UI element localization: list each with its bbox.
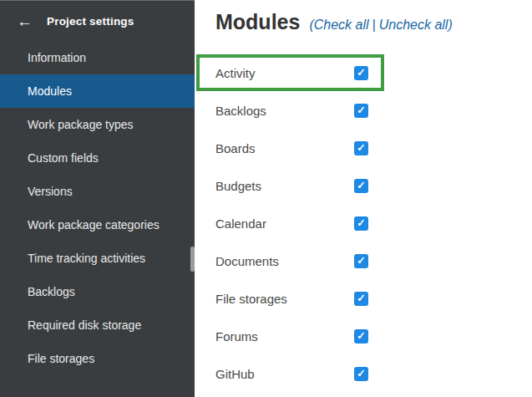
- sidebar-item-required-disk-storage[interactable]: Required disk storage: [0, 308, 195, 342]
- page-title: Modules: [215, 9, 300, 34]
- module-checkbox-backlogs[interactable]: ✓: [354, 104, 368, 118]
- checkmark-icon: ✓: [357, 143, 365, 154]
- module-label: Forums: [215, 329, 354, 344]
- module-checkbox-activity[interactable]: ✓: [354, 66, 368, 80]
- module-row-file-storages: File storages ✓: [195, 280, 532, 318]
- sidebar-item-work-package-types[interactable]: Work package types: [0, 108, 195, 141]
- project-settings-screen: ← Project settings Information Modules W…: [0, 0, 532, 397]
- module-label: Backlogs: [215, 104, 354, 118]
- checkmark-icon: ✓: [357, 105, 365, 116]
- module-row-boards: Boards ✓: [195, 130, 532, 167]
- checkmark-icon: ✓: [357, 218, 365, 229]
- module-label: File storages: [215, 292, 354, 306]
- module-checkbox-boards[interactable]: ✓: [354, 141, 368, 155]
- paren-close: ): [448, 18, 452, 32]
- module-row-github: GitHub ✓: [195, 355, 532, 393]
- sidebar-item-modules[interactable]: Modules: [0, 74, 195, 108]
- checkmark-icon: ✓: [357, 181, 365, 191]
- bulk-check-links: (Check all|Uncheck all): [309, 18, 452, 33]
- module-checkbox-calendar[interactable]: ✓: [354, 216, 368, 231]
- sidebar-item-versions[interactable]: Versions: [0, 175, 195, 208]
- sidebar-item-information[interactable]: Information: [0, 41, 195, 74]
- link-separator: |: [369, 18, 379, 32]
- module-row-documents: Documents ✓: [195, 242, 532, 280]
- sidebar-item-file-storages[interactable]: File storages: [0, 342, 195, 375]
- sidebar-item-work-package-categories[interactable]: Work package categories: [0, 208, 195, 242]
- modules-settings-panel: Modules (Check all|Uncheck all) Activity…: [195, 0, 532, 397]
- module-label: Documents: [215, 254, 354, 268]
- module-checkbox-file-storages[interactable]: ✓: [354, 292, 368, 306]
- module-row-backlogs: Backlogs ✓: [195, 92, 532, 130]
- sidebar-item-custom-fields[interactable]: Custom fields: [0, 141, 195, 175]
- module-row-calendar: Calendar ✓: [195, 205, 532, 242]
- module-row-budgets: Budgets ✓: [195, 167, 532, 205]
- sidebar-item-backlogs[interactable]: Backlogs: [0, 275, 195, 308]
- module-checkbox-forums[interactable]: ✓: [354, 329, 368, 344]
- sidebar-nav: Information Modules Work package types C…: [0, 41, 195, 375]
- module-label: Budgets: [215, 179, 354, 193]
- main-header: Modules (Check all|Uncheck all): [195, 0, 532, 34]
- module-checkbox-budgets[interactable]: ✓: [354, 179, 368, 193]
- module-label: Activity: [215, 66, 354, 80]
- uncheck-all-link[interactable]: Uncheck all: [379, 18, 448, 32]
- module-label: Boards: [215, 141, 354, 155]
- sidebar: ← Project settings Information Modules W…: [0, 0, 195, 397]
- sidebar-header: ← Project settings: [0, 1, 195, 41]
- module-label: Calendar: [215, 216, 354, 231]
- check-all-link[interactable]: Check all: [314, 18, 369, 32]
- module-list: Activity ✓ Backlogs ✓ Boards ✓ Budgets ✓…: [195, 54, 532, 393]
- checkmark-icon: ✓: [357, 369, 365, 379]
- checkmark-icon: ✓: [357, 331, 365, 342]
- sidebar-title: Project settings: [47, 15, 134, 28]
- module-label: GitHub: [215, 367, 354, 381]
- checkmark-icon: ✓: [357, 68, 365, 79]
- checkmark-icon: ✓: [357, 256, 365, 267]
- module-row-forums: Forums ✓: [195, 318, 532, 355]
- module-row-activity: Activity ✓: [195, 54, 532, 92]
- sidebar-item-time-tracking-activities[interactable]: Time tracking activities: [0, 242, 195, 275]
- module-checkbox-documents[interactable]: ✓: [354, 254, 368, 268]
- back-arrow-icon[interactable]: ←: [17, 13, 33, 29]
- module-checkbox-github[interactable]: ✓: [354, 367, 368, 381]
- checkmark-icon: ✓: [357, 293, 365, 304]
